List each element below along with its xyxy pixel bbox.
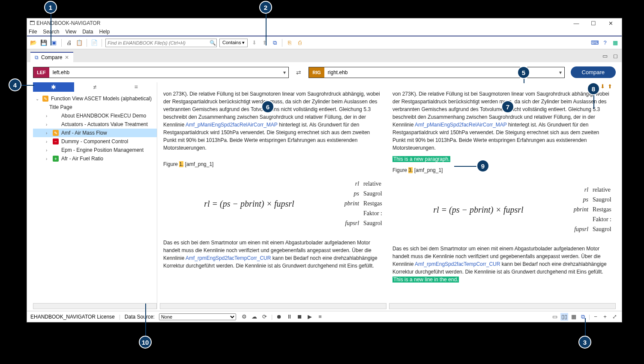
swap-icon[interactable]: ⇄	[295, 69, 303, 76]
stop-icon[interactable]: ⏹	[296, 313, 303, 321]
compare-body: LEF ▾ ⇄ RIG ▾ Compare ✱ ≠ =	[27, 62, 622, 311]
left-doc-scrollbar[interactable]	[160, 303, 386, 309]
caret-right-icon[interactable]: ›	[46, 114, 50, 118]
menu-data[interactable]: Data	[82, 29, 93, 35]
compare-view-icon[interactable]: ⧉	[579, 313, 587, 321]
statusbar: EHANDBOOK_NAVIGATOR License | Data Sourc…	[27, 311, 622, 322]
legend-row: pbrintRestgas	[344, 199, 382, 208]
edit-badge-icon: ✎	[42, 96, 48, 102]
list-icon[interactable]: ≡	[316, 313, 324, 321]
separator	[61, 39, 62, 47]
compare-tool-icon[interactable]: ⧉	[271, 39, 279, 47]
pdf-icon[interactable]: 📄	[90, 39, 98, 47]
next-diff-up-icon[interactable]: ⬆	[608, 83, 612, 90]
keyboard-icon[interactable]: ⌨	[591, 39, 599, 47]
caret-right-icon[interactable]: ›	[46, 139, 50, 144]
tree-item-epm[interactable]: › Epm - Engine Position Management	[33, 146, 157, 154]
left-file-box: LEF ▾	[33, 67, 289, 78]
caret-right-icon[interactable]: ›	[46, 131, 50, 135]
filter-diff[interactable]: ≠	[74, 82, 115, 92]
search-icon[interactable]: 🔍	[209, 40, 216, 46]
open-icon[interactable]: 📂	[30, 39, 37, 47]
view2-icon[interactable]: ▯▯	[560, 313, 568, 321]
tree-root[interactable]: ⌄ ✎ Function View ASCET Models (alphabet…	[33, 94, 157, 103]
link-cur[interactable]: Amf_rpmEngSpd2facTempCorr_CUR	[415, 261, 500, 267]
minimize-button[interactable]: —	[568, 20, 585, 27]
minimize-panel-icon[interactable]: ▭	[601, 52, 609, 60]
tree-item-actuators[interactable]: › Actuators - Actuators Value Treatment	[33, 120, 157, 129]
tree-scrollbar[interactable]	[33, 303, 157, 309]
play-icon[interactable]: ▶	[306, 313, 314, 321]
caret-right-icon[interactable]: ›	[46, 122, 50, 127]
menu-help[interactable]: Help	[99, 29, 110, 35]
zoom-fit-icon[interactable]: ⤢	[611, 313, 618, 321]
desc: relative	[593, 185, 611, 194]
highlight2-icon[interactable]: ⎙	[296, 39, 304, 47]
left-file-dropdown-icon[interactable]: ▾	[281, 69, 288, 75]
gear-icon[interactable]: ⚙	[240, 313, 248, 321]
tabstrip: ⧉ Compare ✕ ▭ ◻	[27, 49, 622, 62]
tree-item-afr[interactable]: › + Afr - Air Fuel Ratio	[33, 154, 157, 163]
highlight-icon[interactable]: ⎘	[286, 39, 294, 47]
callout-1: 1	[44, 1, 57, 14]
close-button[interactable]: ✕	[602, 20, 619, 27]
save-icon[interactable]: 💾	[40, 39, 48, 47]
copy-icon[interactable]: 📋	[75, 39, 83, 47]
separator: |	[119, 314, 120, 320]
right-doc-content[interactable]: von 273K). Die relative Füllung ist bei …	[389, 90, 616, 301]
tab-close-icon[interactable]: ✕	[65, 54, 69, 60]
nav-up-icon[interactable]: ⬆	[261, 39, 268, 47]
refresh-icon[interactable]: ⟳	[261, 313, 269, 321]
filter-row: ✱ ≠ =	[33, 82, 157, 92]
separator: |	[589, 314, 590, 320]
tree-item-dummy[interactable]: › − Dummy - Component Control	[33, 137, 157, 146]
maximize-button[interactable]: ☐	[585, 20, 602, 27]
left-doc-content[interactable]: von 273K). Die relative Füllung ist bei …	[160, 90, 386, 301]
record-icon[interactable]: ⏺	[275, 313, 283, 321]
pause-icon[interactable]: ⏸	[285, 313, 293, 321]
zoom-in-icon[interactable]: +	[601, 313, 609, 321]
zoom-out-icon[interactable]: −	[592, 313, 599, 321]
callout-10: 10	[139, 336, 152, 349]
tree-item-about[interactable]: › About EHANDBOOK FlexECU Demo	[33, 111, 157, 120]
menu-view[interactable]: View	[65, 29, 76, 35]
maximize-panel-icon[interactable]: ◻	[611, 52, 619, 60]
tree-title-page[interactable]: Title Page	[33, 103, 157, 111]
formula: rl = (ps − pbrint) × fupsrl	[392, 203, 564, 216]
help-icon[interactable]: ?	[601, 39, 609, 47]
right-doc-scrollbar[interactable]	[389, 303, 616, 309]
filter-same[interactable]: =	[116, 82, 157, 92]
right-file-dropdown-icon[interactable]: ▾	[557, 69, 564, 75]
caret-down-icon[interactable]: ⌄	[36, 96, 40, 101]
link-cur[interactable]: Amf_rpmEngSpd2facTempCorr_CUR	[186, 255, 271, 261]
tab-compare[interactable]: ⧉ Compare ✕	[30, 52, 73, 62]
view1-icon[interactable]: ▭	[551, 313, 559, 321]
link-map[interactable]: Amf_pManiEngSpd2facRelAirCorr_MAP	[186, 122, 278, 128]
nav-down-icon[interactable]: ⬇	[250, 39, 258, 47]
link-map[interactable]: Amf_pManiEngSpd2facRelAirCorr_MAP	[415, 122, 507, 128]
tree-item-amf[interactable]: › ✎ Amf - Air Mass Flow	[33, 129, 157, 137]
figure-caption: Figure 1. [amf_png_1]	[163, 160, 383, 168]
data-source-select[interactable]: None	[159, 313, 236, 320]
compare-button[interactable]: Compare	[571, 66, 616, 78]
edit-badge-icon: ✎	[53, 130, 59, 136]
left-file-input[interactable]	[49, 69, 281, 75]
search-box: 🔍	[105, 39, 217, 47]
caret-right-icon[interactable]: ›	[46, 148, 50, 153]
search-mode-dropdown[interactable]: Contains ▾	[219, 39, 248, 47]
filter-all[interactable]: ✱	[33, 82, 74, 92]
next-diff-down-icon[interactable]: ⬇	[600, 83, 605, 90]
app-badge-icon[interactable]: ▦	[611, 39, 619, 47]
callout-line	[51, 14, 51, 45]
legend-row: psSaugrol	[574, 195, 611, 204]
callout-6: 6	[261, 100, 274, 113]
legend-row: rlrelative	[344, 179, 382, 188]
search-input[interactable]	[106, 40, 209, 45]
menu-file[interactable]: File	[29, 29, 37, 35]
right-doc-head: ⬇ ⬆	[389, 82, 616, 90]
view3-icon[interactable]: ▦	[570, 313, 578, 321]
caret-right-icon[interactable]: ›	[46, 156, 50, 161]
sym: pbrint	[574, 205, 592, 214]
print-icon[interactable]: 🖨	[65, 39, 73, 47]
cloud-icon[interactable]: ☁	[251, 313, 258, 321]
